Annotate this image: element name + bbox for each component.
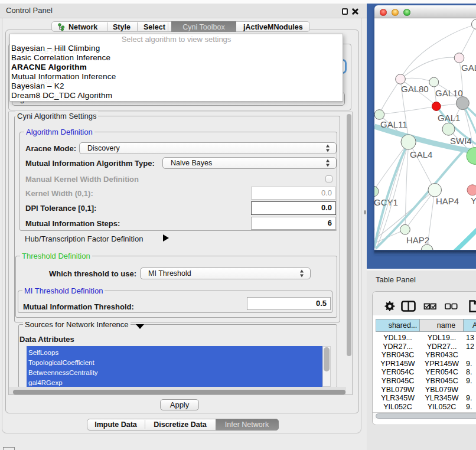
svg-text:GAL2: GAL2 [461,63,476,73]
svg-text:GAL80: GAL80 [401,84,429,94]
svg-text:GAL1: GAL1 [438,113,460,123]
svg-text:HAP2: HAP2 [406,235,429,245]
svg-text:GAL10: GAL10 [435,88,463,98]
svg-text:YJ: YJ [471,195,476,206]
svg-text:HAP4: HAP4 [436,196,459,206]
svg-text:GCY1: GCY1 [374,197,398,207]
svg-text:SWI4: SWI4 [450,136,472,146]
svg-text:GAL4: GAL4 [410,149,432,159]
svg-text:GAL11: GAL11 [380,119,407,129]
